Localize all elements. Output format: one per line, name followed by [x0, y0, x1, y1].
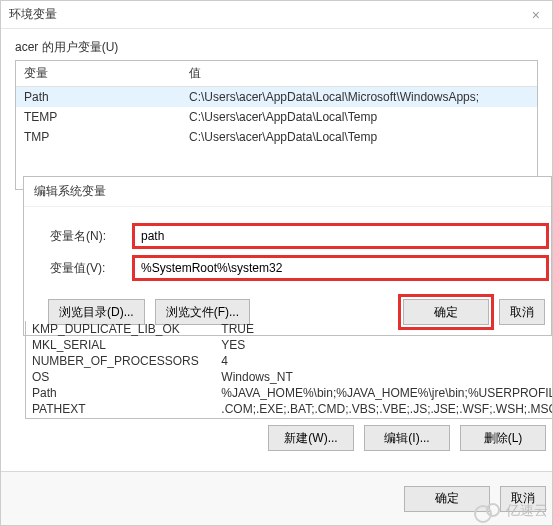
cell-val: C:\Users\acer\AppData\Local\Temp	[181, 107, 537, 127]
table-row[interactable]: KMP_DUPLICATE_LIB_OKTRUE	[26, 321, 552, 337]
cell-var: Path	[16, 87, 181, 108]
table-row[interactable]: MKL_SERIALYES	[26, 337, 552, 353]
table-row[interactable]: OSWindows_NT	[26, 369, 552, 385]
col-header-var[interactable]: 变量	[16, 61, 181, 87]
cancel-button[interactable]: 取消	[500, 486, 546, 512]
new-button[interactable]: 新建(W)...	[268, 425, 354, 451]
edit-sys-var-dialog: 编辑系统变量 变量名(N): 变量值(V): 浏览目录(D)... 浏览文件(F…	[23, 176, 552, 336]
user-vars-table[interactable]: 变量 值 Path C:\Users\acer\AppData\Local\Mi…	[15, 60, 538, 190]
window-title: 环境变量	[9, 6, 57, 23]
var-value-input[interactable]	[134, 257, 547, 279]
edit-button[interactable]: 编辑(I)...	[364, 425, 450, 451]
table-row[interactable]: Path C:\Users\acer\AppData\Local\Microso…	[16, 87, 537, 108]
cell-val: C:\Users\acer\AppData\Local\Microsoft\Wi…	[181, 87, 537, 108]
table-row[interactable]: NUMBER_OF_PROCESSORS4	[26, 353, 552, 369]
var-name-label: 变量名(N):	[24, 228, 134, 245]
sys-vars-button-row: 新建(W)... 编辑(I)... 删除(L)	[25, 425, 552, 451]
cell-var: TMP	[16, 127, 181, 147]
ok-button[interactable]: 确定	[404, 486, 490, 512]
dialog-footer: 确定 取消	[1, 471, 552, 525]
var-value-label: 变量值(V):	[24, 260, 134, 277]
delete-button[interactable]: 删除(L)	[460, 425, 546, 451]
table-row[interactable]: PATHEXT.COM;.EXE;.BAT;.CMD;.VBS;.VBE;.JS…	[26, 401, 552, 417]
col-header-val[interactable]: 值	[181, 61, 537, 87]
var-name-input[interactable]	[134, 225, 547, 247]
user-vars-label: acer 的用户变量(U)	[15, 39, 540, 56]
titlebar: 环境变量 ×	[1, 1, 552, 29]
env-vars-dialog: 环境变量 × acer 的用户变量(U) 变量 值 Path C:\Users\…	[0, 0, 553, 526]
table-row[interactable]: TEMP C:\Users\acer\AppData\Local\Temp	[16, 107, 537, 127]
table-row[interactable]: Path%JAVA_HOME%\bin;%JAVA_HOME%\jre\bin;…	[26, 385, 552, 401]
cell-var: TEMP	[16, 107, 181, 127]
sys-vars-table[interactable]: KMP_DUPLICATE_LIB_OKTRUE MKL_SERIALYES N…	[25, 321, 552, 419]
edit-dialog-title: 编辑系统变量	[24, 177, 551, 207]
cell-val: C:\Users\acer\AppData\Local\Temp	[181, 127, 537, 147]
close-icon[interactable]: ×	[528, 7, 544, 23]
table-row[interactable]: PROCESSOR_ARCHITECTUREAMD64	[26, 417, 552, 419]
table-row[interactable]: TMP C:\Users\acer\AppData\Local\Temp	[16, 127, 537, 147]
